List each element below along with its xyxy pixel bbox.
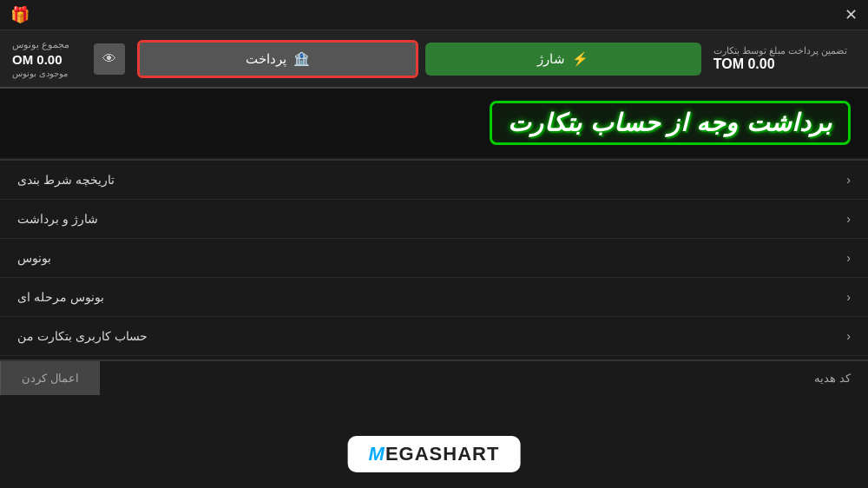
charge-button[interactable]: ⚡ شارژ bbox=[425, 43, 701, 76]
tom-info: تضمین پرداخت مبلغ توسط بتکارت TOM 0.00 bbox=[713, 39, 847, 78]
watermark-rest: EGASHART bbox=[385, 443, 499, 465]
menu-item-label: تاریخچه شرط بندی bbox=[17, 173, 115, 187]
menu-item-label: بونوس bbox=[17, 251, 51, 265]
close-button[interactable]: ✕ bbox=[845, 5, 858, 24]
charge-label: شارژ bbox=[537, 51, 565, 67]
action-buttons: ⚡ شارژ 🏦 پرداخت bbox=[137, 39, 701, 78]
gift-code-label: کد هدیه bbox=[100, 361, 868, 395]
menu-item-label: بونوس مرحله ای bbox=[17, 290, 104, 304]
eye-button[interactable]: 👁 bbox=[94, 43, 125, 75]
menu-item-betcart-account[interactable]: ‹ حساب کاربری بتکارت من bbox=[0, 317, 868, 356]
banner-text: برداشت وجه از حساب بتکارت bbox=[490, 101, 851, 145]
menu-item-stage-bonus[interactable]: ‹ بونوس مرحله ای bbox=[0, 278, 868, 317]
menu-item-charge-withdraw[interactable]: ‹ شارژ و برداشت bbox=[0, 200, 868, 239]
eye-icon: 👁 bbox=[102, 51, 116, 67]
menu-section: ‹ تاریخچه شرط بندی ‹ شارژ و برداشت ‹ بون… bbox=[0, 159, 868, 356]
chevron-icon: ‹ bbox=[846, 173, 851, 187]
chevron-icon: ‹ bbox=[846, 329, 851, 343]
menu-item-label: شارژ و برداشت bbox=[17, 212, 98, 226]
apply-button[interactable]: اعمال کردن bbox=[0, 361, 100, 395]
menu-item-label: حساب کاربری بتکارت من bbox=[17, 329, 148, 343]
tom-amount: TOM 0.00 bbox=[713, 56, 775, 72]
watermark: MEGASHART bbox=[348, 436, 521, 472]
menu-item-betting-history[interactable]: ‹ تاریخچه شرط بندی bbox=[0, 161, 868, 200]
chevron-icon: ‹ bbox=[846, 290, 851, 304]
balance-section: تضمین پرداخت مبلغ توسط بتکارت TOM 0.00 ⚡… bbox=[0, 30, 868, 89]
top-bar: ✕ 🎁 bbox=[0, 0, 868, 30]
bonus-available-label: موجودی بونوس bbox=[12, 69, 68, 78]
menu-item-bonus[interactable]: ‹ بونوس bbox=[0, 239, 868, 278]
withdraw-button[interactable]: 🏦 پرداخت bbox=[137, 40, 418, 78]
withdraw-icon: 🏦 bbox=[293, 51, 310, 67]
chevron-icon: ‹ bbox=[846, 251, 851, 265]
bonus-info: مجموع بونوس OM 0.00 موجودی بونوس bbox=[12, 39, 82, 78]
charge-icon: ⚡ bbox=[572, 51, 589, 67]
bonus-amount: OM 0.00 bbox=[12, 52, 62, 67]
bonus-label: مجموع بونوس bbox=[12, 39, 69, 50]
chevron-icon: ‹ bbox=[846, 212, 851, 226]
watermark-m: M bbox=[369, 443, 385, 465]
tom-label: تضمین پرداخت مبلغ توسط بتکارت bbox=[713, 45, 847, 56]
banner-section: برداشت وجه از حساب بتکارت bbox=[0, 89, 868, 157]
footer-section: کد هدیه اعمال کردن bbox=[0, 359, 868, 395]
withdraw-label: پرداخت bbox=[246, 51, 286, 67]
gift-icon: 🎁 bbox=[10, 5, 30, 24]
watermark-text: MEGASHART bbox=[369, 443, 500, 465]
